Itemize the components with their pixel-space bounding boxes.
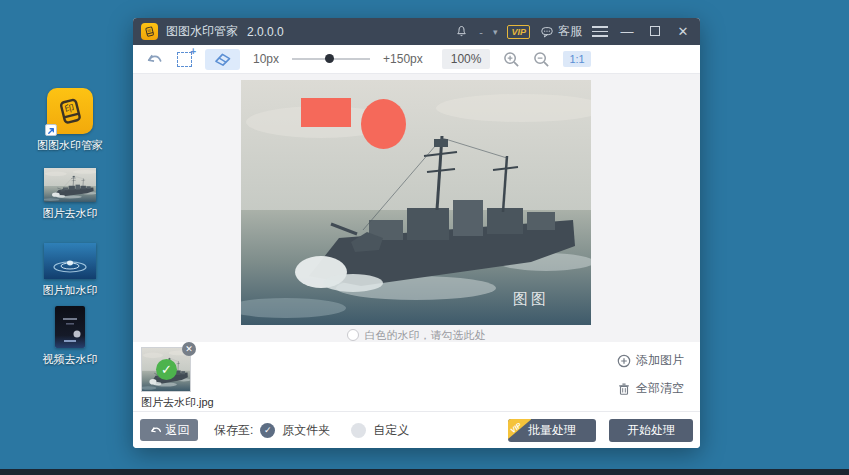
minimize-button[interactable]: — — [618, 24, 636, 39]
desktop-icon-label: 图图水印管家 — [18, 138, 122, 153]
app-window: 图图水印管家 2.0.0.0 - ▾ VIP 客服 — ✕ + 10px — [133, 18, 700, 448]
brush-size-slider[interactable] — [292, 52, 370, 66]
processed-check-icon: ✓ — [156, 359, 177, 380]
support-label: 客服 — [558, 23, 582, 40]
toolbar: + 10px +150px 100% 1:1 — [133, 45, 700, 74]
shortcut-arrow-icon — [45, 124, 57, 136]
desktop-icon-app[interactable]: 图图水印管家 — [18, 88, 122, 153]
save-to-label: 保存至: — [214, 422, 253, 439]
plus-circle-icon — [617, 354, 631, 368]
taskbar-strip — [0, 469, 849, 475]
batch-process-label: 批量处理 — [528, 422, 576, 439]
desktop-icon-add-watermark[interactable]: 图片加水印 — [18, 243, 122, 298]
points-dash: - — [479, 26, 483, 38]
support-button[interactable]: 客服 — [540, 23, 582, 40]
app-logo-icon — [141, 23, 158, 40]
ship-thumbnail-icon — [44, 168, 96, 202]
trash-icon — [617, 382, 631, 396]
editor-canvas[interactable]: 图图 白色的水印，请勾选此处 — [133, 74, 700, 342]
image-thumbnail[interactable]: ✓ ✕ — [141, 347, 191, 392]
notification-bell-icon[interactable] — [454, 24, 469, 39]
zoom-level-value: 100% — [442, 49, 491, 69]
white-watermark-option: 白色的水印，请勾选此处 — [241, 328, 591, 342]
titlebar: 图图水印管家 2.0.0.0 - ▾ VIP 客服 — ✕ — [133, 18, 700, 45]
desktop-icon-label: 视频去水印 — [18, 352, 122, 367]
thumbnail-filename: 图片去水印.jpg — [141, 395, 214, 410]
clear-all-button[interactable]: 全部清空 — [617, 380, 684, 397]
zoom-out-icon[interactable] — [533, 51, 550, 68]
undo-icon[interactable] — [145, 52, 164, 67]
close-button[interactable]: ✕ — [674, 24, 692, 39]
zoom-in-icon[interactable] — [503, 51, 520, 68]
image-watermark-text: 图图 — [513, 290, 549, 309]
custom-folder-radio[interactable] — [351, 423, 366, 438]
water-thumbnail-icon — [44, 243, 96, 279]
back-label: 返回 — [166, 422, 190, 439]
desktop-icon-label: 图片加水印 — [18, 283, 122, 298]
remove-image-icon[interactable]: ✕ — [182, 342, 196, 356]
slider-knob[interactable] — [325, 54, 334, 63]
marquee-select-icon[interactable]: + — [177, 52, 192, 67]
chat-bubble-icon — [540, 25, 554, 39]
video-thumbnail-icon — [55, 306, 85, 348]
brush-max-label: +150px — [383, 52, 423, 66]
batch-process-button[interactable]: VIP 批量处理 — [508, 419, 596, 442]
ship-photo — [241, 80, 591, 325]
ratio-1-1-button[interactable]: 1:1 — [563, 51, 590, 67]
white-watermark-checkbox[interactable] — [347, 329, 359, 341]
chevron-down-icon[interactable]: ▾ — [493, 27, 498, 37]
maximize-button[interactable] — [646, 24, 664, 39]
menu-icon[interactable] — [592, 26, 608, 37]
watermark-mark-rectangle[interactable] — [301, 98, 351, 127]
start-process-label: 开始处理 — [627, 422, 675, 439]
window-title: 图图水印管家 — [166, 23, 238, 40]
brush-min-label: 10px — [253, 52, 279, 66]
original-folder-label: 原文件夹 — [282, 422, 330, 439]
app-version: 2.0.0.0 — [247, 25, 284, 39]
watermark-mark-circle[interactable] — [361, 99, 406, 149]
original-folder-radio[interactable]: ✓ — [260, 423, 275, 438]
app-logo-icon — [47, 88, 93, 134]
filmstrip: ✓ ✕ 图片去水印.jpg 添加图片 全部清空 — [133, 342, 700, 411]
back-button[interactable]: 返回 — [140, 419, 198, 441]
start-process-button[interactable]: 开始处理 — [609, 419, 693, 442]
photo-preview[interactable]: 图图 — [241, 80, 591, 325]
custom-folder-label: 自定义 — [373, 422, 409, 439]
vip-badge[interactable]: VIP — [507, 25, 530, 39]
desktop-icon-remove-watermark[interactable]: 图片去水印 — [18, 168, 122, 221]
add-image-button[interactable]: 添加图片 — [617, 352, 684, 369]
back-arrow-icon — [149, 425, 163, 436]
footer-bar: 返回 保存至: ✓ 原文件夹 自定义 VIP 批量处理 开始处理 — [133, 411, 700, 448]
clear-all-label: 全部清空 — [636, 380, 684, 397]
add-image-label: 添加图片 — [636, 352, 684, 369]
desktop-icon-video-watermark[interactable]: 视频去水印 — [18, 306, 122, 367]
eraser-tool-icon[interactable] — [205, 49, 240, 70]
white-watermark-hint: 白色的水印，请勾选此处 — [365, 328, 486, 343]
desktop-icon-label: 图片去水印 — [18, 206, 122, 221]
